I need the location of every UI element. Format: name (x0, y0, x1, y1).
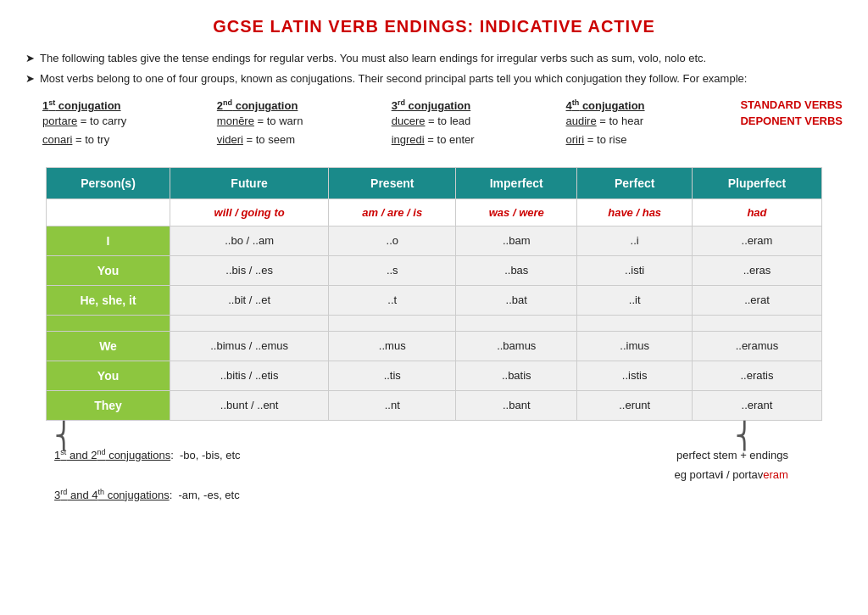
page-title: GCSE LATIN VERB ENDINGS: INDICATIVE ACTI… (25, 17, 843, 36)
person-you-sg: You (47, 255, 170, 285)
meaning-future: will / going to (170, 198, 328, 226)
present-you-sg: ..s (329, 255, 456, 285)
perfect-they: ..erunt (577, 390, 693, 420)
pluperfect-you-sg: ..eras (693, 255, 822, 285)
person-he: He, she, it (47, 285, 170, 315)
verb-endings-table: Person(s) Future Present Imperfect Perfe… (46, 167, 822, 421)
pluperfect-i: ..eram (693, 226, 822, 255)
imperfect-i: ..bam (456, 226, 577, 255)
person-i: I (47, 226, 170, 255)
meaning-pluperfect: had (693, 198, 822, 226)
col-persons: Person(s) (47, 167, 170, 198)
pluperfect-you-pl: ..eratis (693, 361, 822, 390)
col-imperfect: Imperfect (456, 167, 577, 198)
meaning-perfect: have / has (577, 198, 693, 226)
future-you-sg: ..bis / ..es (170, 255, 328, 285)
person-they: They (47, 390, 170, 420)
intro-line1: The following tables give the tense endi… (25, 50, 843, 67)
imperfect-you-pl: ..batis (456, 361, 577, 390)
meaning-imperfect: was / were (456, 198, 577, 226)
conj-1: 1st conjugation portare = to carry conar… (42, 98, 192, 150)
conjugations-section: 1st conjugation portare = to carry conar… (42, 98, 843, 150)
perfect-you-sg: ..isti (577, 255, 693, 285)
present-we: ..mus (329, 331, 456, 361)
imperfect-we: ..bamus (456, 331, 577, 361)
present-they: ..nt (329, 390, 456, 420)
col-pluperfect: Pluperfect (693, 167, 822, 198)
pluperfect-they: ..erant (693, 390, 822, 420)
perfect-we: ..imus (577, 331, 693, 361)
standard-deponent-labels: STANDARD VERBS DEPONENT VERBS (740, 98, 843, 150)
present-you-pl: ..tis (329, 361, 456, 390)
left-brace: ⎨ (54, 429, 421, 442)
footnote-right-line2: eg portavi / portaveram (438, 465, 788, 484)
verb-table-wrapper: Person(s) Future Present Imperfect Perfe… (46, 167, 822, 506)
table-row-he: He, she, it ..bit / ..et ..t ..bat ..it … (47, 285, 822, 315)
footnote-area: ⎨ 1st and 2nd conjugations: 1st and 2nd … (46, 429, 822, 506)
intro-line2: Most verbs belong to one of four groups,… (25, 70, 843, 87)
future-they: ..bunt / ..ent (170, 390, 328, 420)
perfect-you-pl: ..istis (577, 361, 693, 390)
future-he: ..bit / ..et (170, 285, 328, 315)
future-you-pl: ..bitis / ..etis (170, 361, 328, 390)
present-he: ..t (329, 285, 456, 315)
pluperfect-we: ..eramus (693, 331, 822, 361)
footnote-left-line1: 1st and 2nd conjugations: 1st and 2nd co… (54, 445, 421, 466)
present-i: ..o (329, 226, 456, 255)
person-you-pl: You (47, 361, 170, 390)
footnote-left: ⎨ 1st and 2nd conjugations: 1st and 2nd … (54, 429, 421, 506)
person-we: We (47, 331, 170, 361)
footnote-left-line2: 3rd and 4th conjugations: -am, -es, etc (54, 485, 421, 506)
table-row-we: We ..bimus / ..emus ..mus ..bamus ..imus… (47, 331, 822, 361)
conj-3: 3rd conjugation ducere = to lead ingredi… (392, 98, 541, 150)
footnote-right: ⎨ perfect stem + endings eg portavi / po… (438, 429, 822, 506)
table-row-i: I ..bo / ..am ..o ..bam ..i ..eram (47, 226, 822, 255)
perfect-i: ..i (577, 226, 693, 255)
separator-row (47, 315, 822, 331)
perfect-he: ..it (577, 285, 693, 315)
table-row-you-sg: You ..bis / ..es ..s ..bas ..isti ..eras (47, 255, 822, 285)
col-future: Future (170, 167, 328, 198)
pluperfect-he: ..erat (693, 285, 822, 315)
header-row: Person(s) Future Present Imperfect Perfe… (47, 167, 822, 198)
future-i: ..bo / ..am (170, 226, 328, 255)
col-perfect: Perfect (577, 167, 693, 198)
meaning-row: will / going to am / are / is was / were… (47, 198, 822, 226)
imperfect-he: ..bat (456, 285, 577, 315)
col-present: Present (329, 167, 456, 198)
intro-section: The following tables give the tense endi… (25, 50, 843, 87)
conj-4: 4th conjugation audire = to hear oriri =… (566, 98, 715, 150)
future-we: ..bimus / ..emus (170, 331, 328, 361)
table-row-you-pl: You ..bitis / ..etis ..tis ..batis ..ist… (47, 361, 822, 390)
conj-2: 2nd conjugation monēre = to warn videri … (217, 98, 366, 150)
meaning-present: am / are / is (329, 198, 456, 226)
imperfect-you-sg: ..bas (456, 255, 577, 285)
imperfect-they: ..bant (456, 390, 577, 420)
footnote-right-line1: perfect stem + endings (438, 445, 788, 465)
right-brace: ⎨ (438, 429, 805, 442)
table-row-they: They ..bunt / ..ent ..nt ..bant ..erunt … (47, 390, 822, 420)
